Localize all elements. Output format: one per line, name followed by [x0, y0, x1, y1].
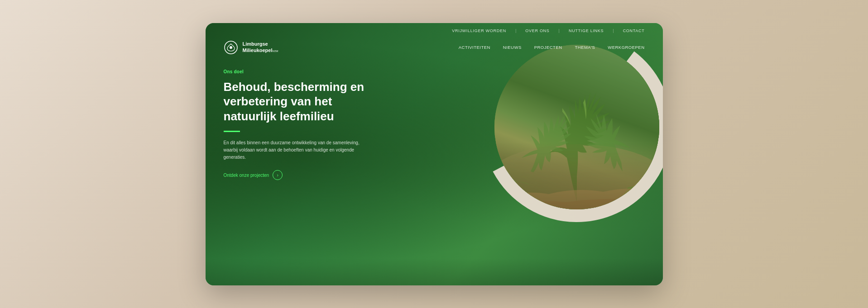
- hero-divider: [224, 131, 240, 132]
- hero-description: En dit alles binnen een duurzame ontwikk…: [224, 139, 369, 161]
- main-nav: Limburgse Milieukoepelvzw ACTIVITEITEN N…: [206, 37, 663, 60]
- main-nav-items: ACTIVITEITEN NIEUWS PROJECTEN THEMA'S WE…: [459, 45, 645, 50]
- browser-window: VRIJWILLIGER WORDEN | OVER ONS | NUTTIGE…: [206, 23, 663, 285]
- nav-over-ons[interactable]: OVER ONS: [525, 28, 549, 33]
- fern-svg: [494, 45, 659, 209]
- nav-vrijwilliger[interactable]: VRIJWILLIGER WORDEN: [452, 28, 506, 33]
- svg-point-1: [230, 46, 232, 49]
- logo-line2: Milieukoepelvzw: [243, 47, 278, 53]
- hero-cta[interactable]: Ontdek onze projecten ›: [224, 170, 378, 180]
- nav-themas[interactable]: THEMA'S: [575, 45, 595, 50]
- bottom-fade: [206, 258, 663, 285]
- nav-werkgroepen[interactable]: WERKGROEPEN: [608, 45, 644, 50]
- cta-text: Ontdek onze projecten: [224, 173, 269, 178]
- nav-nuttige-links[interactable]: NUTTIGE LINKS: [569, 28, 604, 33]
- nav-activiteiten[interactable]: ACTIVITEITEN: [459, 45, 490, 50]
- nav-sep-1: |: [515, 28, 516, 33]
- nav-sep-2: |: [559, 28, 560, 33]
- logo-icon: [224, 40, 238, 55]
- cta-button[interactable]: ›: [273, 170, 283, 180]
- hero-title: Behoud, bescherming en verbetering van h…: [224, 80, 378, 124]
- website-content: VRIJWILLIGER WORDEN | OVER ONS | NUTTIGE…: [206, 23, 663, 285]
- photo-simulation: [494, 45, 659, 209]
- logo-line1: Limburgse: [243, 41, 278, 47]
- nav-projecten[interactable]: PROJECTEN: [534, 45, 562, 50]
- nav-sep-3: |: [613, 28, 614, 33]
- top-utility-nav: VRIJWILLIGER WORDEN | OVER ONS | NUTTIGE…: [206, 23, 663, 37]
- ons-doel-label: Ons doel: [224, 69, 378, 74]
- logo[interactable]: Limburgse Milieukoepelvzw: [224, 40, 278, 55]
- hero-section: Ons doel Behoud, bescherming en verbeter…: [206, 60, 396, 180]
- logo-text: Limburgse Milieukoepelvzw: [243, 41, 278, 53]
- circle-photo: [494, 45, 659, 209]
- nav-contact[interactable]: CONTACT: [623, 28, 645, 33]
- nav-nieuws[interactable]: NIEUWS: [503, 45, 522, 50]
- cta-arrow-icon: ›: [277, 173, 278, 178]
- svg-point-3: [494, 144, 659, 209]
- circle-decoration: [482, 32, 663, 222]
